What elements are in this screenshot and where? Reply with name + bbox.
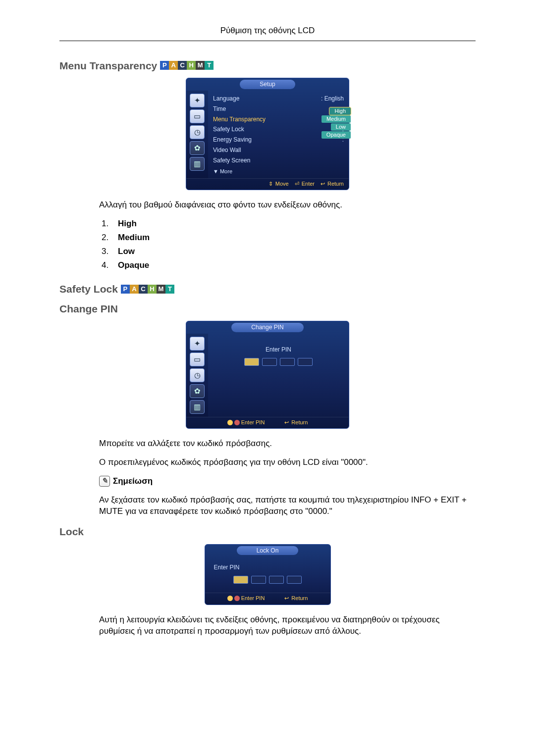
list-item: Low bbox=[111, 246, 476, 257]
osd-icon-column: ✦ ▭ ◷ ✿ ▥ bbox=[186, 91, 208, 178]
osd-footer-label: Enter PIN bbox=[241, 595, 265, 602]
subsection-change-pin: Change PIN bbox=[59, 302, 476, 316]
osd-row-v: : English bbox=[321, 95, 344, 103]
note-label: Σημείωση bbox=[113, 475, 153, 487]
badge-a: A bbox=[169, 61, 178, 70]
osd-row-k: Energy Saving bbox=[213, 136, 252, 144]
osd-row-language: Language: English bbox=[213, 94, 344, 104]
list-item-label: Medium bbox=[118, 233, 150, 242]
osd-title: Setup bbox=[240, 80, 295, 89]
badge-a: A bbox=[130, 285, 139, 294]
section-title-text: Safety Lock bbox=[59, 282, 118, 296]
list-item-label: High bbox=[118, 219, 137, 228]
osd-icon-column: ✦ ▭ ◷ ✿ ▥ bbox=[186, 334, 208, 417]
osd-title-bar: Setup bbox=[186, 78, 349, 91]
pin-box bbox=[298, 358, 313, 366]
changepin-p2: Ο προεπιλεγμένος κωδικός πρόσβασης για τ… bbox=[99, 456, 476, 468]
osd-footer-return: Return bbox=[284, 419, 308, 426]
osd-title: Lock On bbox=[237, 546, 299, 555]
osd-icon-picture: ✦ bbox=[190, 337, 205, 351]
osd-footer-enter: Enter bbox=[295, 180, 315, 188]
pin-box bbox=[269, 576, 284, 584]
osd-title: Change PIN bbox=[231, 323, 303, 332]
badge-m: M bbox=[157, 285, 165, 294]
pin-area: Enter PIN bbox=[213, 337, 344, 377]
osd-footer-enterpin: Enter PIN bbox=[227, 595, 265, 602]
pin-label: Enter PIN bbox=[266, 346, 291, 354]
osd-row-k: Safety Lock bbox=[213, 125, 244, 134]
changepin-p1: Μπορείτε να αλλάξετε τον κωδικό πρόσβαση… bbox=[99, 438, 476, 450]
osd-option-medium: Medium bbox=[321, 115, 351, 123]
osd-icon-settings: ✿ bbox=[190, 384, 205, 398]
pin-box bbox=[262, 358, 277, 366]
osd-row-k: Menu Transparency bbox=[213, 115, 266, 124]
osd-row-safety-screen: Safety Screen bbox=[213, 155, 344, 166]
list-item: Opaque bbox=[111, 259, 476, 271]
list-item: Medium bbox=[111, 232, 476, 244]
badge-c: C bbox=[178, 61, 187, 70]
osd-row-k: Safety Screen bbox=[213, 156, 250, 165]
badge-h: H bbox=[187, 61, 196, 70]
list-item-label: Opaque bbox=[118, 260, 149, 270]
page-header: Ρύθμιση της οθόνης LCD bbox=[59, 25, 476, 37]
pin-box bbox=[287, 576, 302, 584]
osd-icon-picture: ✦ bbox=[190, 94, 205, 107]
osd-footer-label: Enter PIN bbox=[241, 419, 265, 426]
badge-m: M bbox=[196, 61, 205, 70]
osd-icon-input: ▭ bbox=[190, 109, 205, 123]
pin-boxes bbox=[233, 576, 302, 584]
badge-p: P bbox=[160, 61, 169, 70]
osd-option-opaque: Opaque bbox=[321, 131, 351, 139]
osd-icon-clock: ◷ bbox=[190, 368, 205, 382]
pin-box bbox=[233, 576, 248, 584]
badge-h: H bbox=[148, 285, 157, 294]
pachmt-badges: P A C H M T bbox=[121, 285, 174, 294]
section-title-text: Menu Transparency bbox=[59, 58, 157, 73]
note-icon: ✎ bbox=[99, 476, 110, 487]
osd-icon-multi: ▥ bbox=[190, 400, 205, 414]
list-item-label: Low bbox=[118, 247, 135, 256]
section2-sub1-body: Μπορείτε να αλλάξετε τον κωδικό πρόσβαση… bbox=[99, 438, 476, 517]
badge-c: C bbox=[139, 285, 148, 294]
pin-box bbox=[251, 576, 266, 584]
osd-more: ▼ More bbox=[213, 166, 344, 175]
section2-sub2-body: Αυτή η λειτουργία κλειδώνει τις ενδείξει… bbox=[99, 614, 476, 638]
pin-box bbox=[280, 358, 295, 366]
lock-p1: Αυτή η λειτουργία κλειδώνει τις ενδείξει… bbox=[99, 614, 476, 638]
osd-body: ✦ ▭ ◷ ✿ ▥ Enter PIN bbox=[186, 334, 349, 417]
badge-t: T bbox=[165, 285, 174, 294]
osd-content: Enter PIN bbox=[208, 334, 349, 417]
osd-footer-move: Move bbox=[268, 180, 289, 188]
osd-option-low: Low bbox=[331, 123, 351, 131]
page: Ρύθμιση της οθόνης LCD Menu Transparency… bbox=[0, 0, 535, 756]
pin-area: Enter PIN bbox=[205, 556, 330, 593]
osd-option-high: High bbox=[329, 107, 351, 115]
badge-p: P bbox=[121, 285, 130, 294]
osd-footer-enterpin: Enter PIN bbox=[227, 419, 265, 426]
subsection-lock: Lock bbox=[59, 524, 476, 539]
osd-setup: Setup ✦ ▭ ◷ ✿ ▥ Language: English Time M… bbox=[186, 78, 349, 190]
section-safety-lock: Safety Lock P A C H M T bbox=[59, 282, 476, 296]
osd-row-time: Time bbox=[213, 104, 344, 114]
section-menu-transparency: Menu Transparency P A C H M T bbox=[59, 58, 476, 73]
note-row: ✎ Σημείωση bbox=[99, 475, 476, 487]
transparency-option-list: High Medium Low Opaque bbox=[111, 218, 476, 271]
section1-body: Αλλαγή του βαθμού διαφάνειας στο φόντο τ… bbox=[99, 199, 476, 271]
osd-footer: Move Enter Return bbox=[186, 178, 349, 190]
osd-icon-input: ▭ bbox=[190, 353, 205, 366]
osd-row-k: Language bbox=[213, 95, 239, 103]
header-rule bbox=[59, 41, 476, 41]
badge-t: T bbox=[205, 61, 214, 70]
osd-lock: Lock On Enter PIN Enter PIN Return bbox=[205, 544, 331, 605]
osd-content: Language: English Time Menu Transparency… bbox=[208, 91, 349, 178]
section1-desc: Αλλαγή του βαθμού διαφάνειας στο φόντο τ… bbox=[99, 199, 476, 211]
pin-box bbox=[244, 358, 259, 366]
osd-footer: Enter PIN Return bbox=[186, 417, 349, 428]
list-item: High bbox=[111, 218, 476, 230]
osd-changepin: Change PIN ✦ ▭ ◷ ✿ ▥ Enter PIN bbox=[186, 321, 349, 429]
osd-footer-return: Return bbox=[284, 595, 308, 602]
osd-icon-clock: ◷ bbox=[190, 125, 205, 139]
pin-boxes bbox=[244, 358, 313, 366]
osd-icon-settings: ✿ bbox=[190, 141, 205, 155]
osd-title-bar: Lock On bbox=[205, 545, 330, 557]
